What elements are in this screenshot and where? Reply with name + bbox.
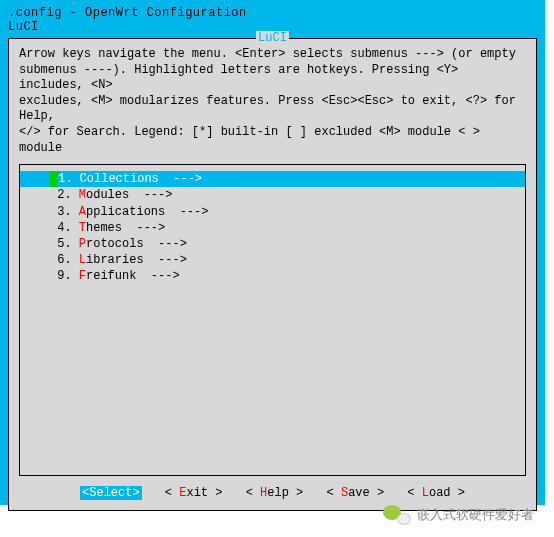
breadcrumb: LuCI [8, 20, 39, 34]
menu-hotkey: C [80, 172, 87, 186]
watermark-text: 嵌入式软硬件爱好者 [417, 506, 534, 524]
watermark: 嵌入式软硬件爱好者 [383, 503, 534, 527]
menu-label: reifunk ---> [86, 269, 180, 283]
select-button[interactable]: <Select> [80, 486, 142, 500]
menu-hotkey: M [79, 188, 86, 202]
menu-item-freifunk[interactable]: 9. Freifunk ---> [20, 268, 525, 284]
help-line: </> for Search. Legend: [*] built-in [ ]… [19, 125, 526, 156]
terminal-window: .config - OpenWrt Configuration LuCI LuC… [0, 0, 545, 505]
help-line: submenus ----). Highlighted letters are … [19, 63, 526, 94]
menu-label: rotocols ---> [86, 237, 187, 251]
menu-label: ollections ---> [87, 172, 202, 186]
menu-label: ibraries ---> [86, 253, 187, 267]
menu-num: 9. [57, 269, 71, 283]
menu-item-applications[interactable]: 3. Applications ---> [20, 204, 525, 220]
menu-label: pplications ---> [86, 205, 208, 219]
menu-item-protocols[interactable]: 5. Protocols ---> [20, 236, 525, 252]
main-box: LuCI Arrow keys navigate the menu. <Ente… [8, 38, 537, 511]
menu-num: 3. [57, 205, 71, 219]
menu-hotkey: L [79, 253, 86, 267]
box-title: LuCI [256, 31, 289, 45]
menu-num: 1. [58, 172, 72, 186]
help-line: Arrow keys navigate the menu. <Enter> se… [19, 47, 526, 63]
menu-hotkey: P [79, 237, 86, 251]
help-text: Arrow keys navigate the menu. <Enter> se… [9, 45, 536, 162]
menu-item-collections[interactable]: 1. Collections ---> [20, 171, 525, 187]
cursor-icon [50, 171, 58, 187]
exit-button[interactable]: < Exit > [165, 486, 223, 500]
save-button[interactable]: < Save > [327, 486, 385, 500]
menu-item-libraries[interactable]: 6. Libraries ---> [20, 252, 525, 268]
menu-num: 6. [57, 253, 71, 267]
menu-item-modules[interactable]: 2. Modules ---> [20, 187, 525, 203]
menu-num: 5. [57, 237, 71, 251]
menu-item-themes[interactable]: 4. Themes ---> [20, 220, 525, 236]
menu-num: 4. [57, 221, 71, 235]
load-button[interactable]: < Load > [407, 486, 465, 500]
menu-label: odules ---> [86, 188, 172, 202]
menu-hotkey: F [79, 269, 86, 283]
menu-hotkey: A [79, 205, 86, 219]
help-line: excludes, <M> modularizes features. Pres… [19, 94, 526, 125]
wechat-icon [383, 503, 411, 527]
help-button[interactable]: < Help > [246, 486, 304, 500]
config-title: .config - OpenWrt Configuration [8, 6, 247, 20]
menu-hotkey: T [79, 221, 86, 235]
menu-label: hemes ---> [86, 221, 165, 235]
menu-num: 2. [57, 188, 71, 202]
menu-list: 1. Collections ---> 2. Modules ---> 3. A… [19, 164, 526, 476]
